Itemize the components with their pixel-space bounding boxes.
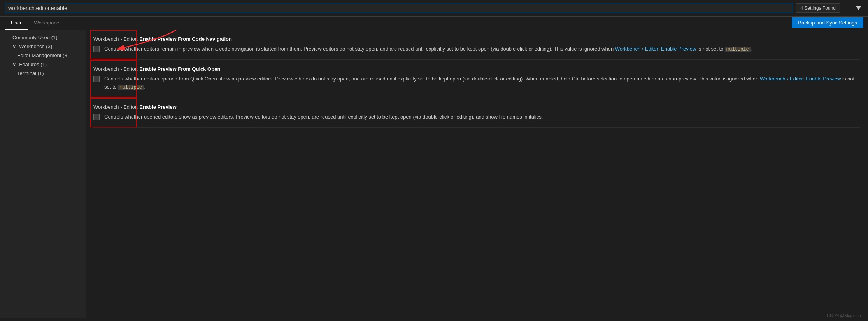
tab-workspace[interactable]: Workspace bbox=[28, 17, 65, 30]
clear-search-icon[interactable] bbox=[843, 4, 852, 12]
setting-enable-preview-from-quick-open: Workbench › Editor: Enable Preview From … bbox=[93, 60, 860, 98]
setting-enable-preview: Workbench › Editor: Enable Preview Contr… bbox=[93, 98, 860, 128]
content-area: Workbench › Editor: Enable Preview From … bbox=[86, 30, 868, 318]
setting-enable-preview-from-code-navigation: Workbench › Editor: Enable Preview From … bbox=[93, 30, 860, 60]
setting-3-title: Workbench › Editor: Enable Preview bbox=[93, 104, 860, 110]
search-input-wrapper bbox=[5, 3, 793, 13]
setting-3-body: Controls whether opened editors show as … bbox=[93, 113, 860, 121]
tab-row: User Workspace Backup and Sync Settings bbox=[0, 17, 868, 30]
search-bar: 4 Settings Found bbox=[0, 0, 868, 17]
sidebar-item-workbench[interactable]: ∨ Workbench (3) bbox=[0, 42, 86, 51]
sidebar: Commonly Used (1) ∨ Workbench (3) Editor… bbox=[0, 30, 86, 318]
sidebar-item-terminal[interactable]: Terminal (1) bbox=[0, 69, 86, 78]
setting-1-body: Controls whether editors remain in previ… bbox=[93, 45, 860, 53]
svg-rect-0 bbox=[845, 8, 850, 8]
setting-1-code: multiple bbox=[725, 47, 751, 52]
sidebar-item-features[interactable]: ∨ Features (1) bbox=[0, 60, 86, 69]
setting-1-link[interactable]: Workbench › Editor: Enable Preview bbox=[615, 46, 696, 52]
setting-2-body: Controls whether editors opened from Qui… bbox=[93, 75, 860, 91]
setting-3-checkbox[interactable] bbox=[93, 114, 100, 120]
svg-rect-1 bbox=[845, 7, 850, 7]
backup-sync-button[interactable]: Backup and Sync Settings bbox=[792, 17, 863, 28]
svg-rect-2 bbox=[845, 9, 850, 9]
search-results-badge: 4 Settings Found bbox=[796, 3, 840, 13]
setting-1-desc: Controls whether editors remain in previ… bbox=[104, 45, 752, 53]
watermark: CSDN @Major_xx bbox=[827, 313, 862, 318]
tab-user[interactable]: User bbox=[5, 17, 28, 30]
setting-1-checkbox[interactable] bbox=[93, 46, 100, 52]
setting-2-code: multiple bbox=[118, 85, 144, 90]
tabs: User Workspace bbox=[5, 17, 65, 30]
setting-1-title: Workbench › Editor: Enable Preview From … bbox=[93, 36, 860, 42]
sidebar-item-editor-management[interactable]: Editor Management (3) bbox=[0, 51, 86, 60]
setting-2-link[interactable]: Workbench › Editor: Enable Preview bbox=[760, 76, 841, 82]
setting-3-desc: Controls whether opened editors show as … bbox=[104, 113, 543, 121]
setting-2-title: Workbench › Editor: Enable Preview From … bbox=[93, 66, 860, 72]
setting-2-checkbox[interactable] bbox=[93, 76, 100, 82]
main-layout: Commonly Used (1) ∨ Workbench (3) Editor… bbox=[0, 30, 868, 318]
search-icons bbox=[843, 4, 863, 12]
search-input[interactable] bbox=[8, 5, 789, 11]
sidebar-item-commonly-used[interactable]: Commonly Used (1) bbox=[0, 33, 86, 42]
setting-2-desc: Controls whether editors opened from Qui… bbox=[104, 75, 860, 91]
filter-icon[interactable] bbox=[854, 4, 863, 12]
